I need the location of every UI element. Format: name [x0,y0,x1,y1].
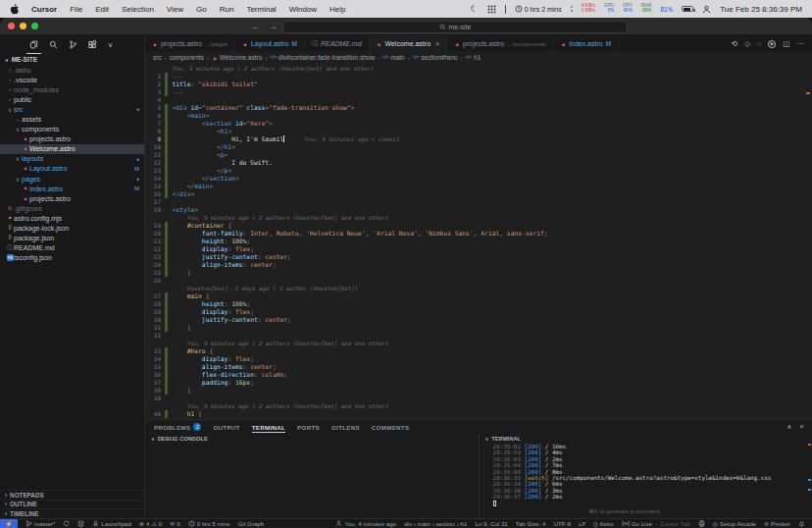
open-preview-icon[interactable]: ◌ [757,39,761,48]
panel-tab-ports[interactable]: PORTS [297,420,320,434]
menu-run[interactable]: Run [220,5,234,14]
close-icon[interactable]: × [435,40,439,47]
panel-tab-comments[interactable]: COMMENTS [372,420,410,434]
terminal-pane[interactable]: ∨TERMINAL 20:35:02 [200] / 16ms 20:35:03… [480,434,812,518]
tree-item-tsconfig-json[interactable]: TStsconfig.json [0,253,144,263]
remote-indicator[interactable]: ⚡ [0,519,18,528]
cpu-stats[interactable]: CPU40% [623,4,633,13]
tree-item--gitignore[interactable]: ⊙.gitignore [0,203,144,213]
close-panel-icon[interactable]: × [800,423,804,431]
grid-icon[interactable] [487,5,496,14]
menu-edit[interactable]: Edit [95,5,109,14]
tree-item-pages[interactable]: ∨pages● [0,174,144,184]
compare-changes-icon[interactable]: ◇ [744,39,750,48]
menu-file[interactable]: File [70,5,82,14]
split-editor-icon[interactable]: ◫ [783,39,789,48]
explorer-section-header[interactable]: ∨ ME-SITE [0,54,144,65]
run-file-icon[interactable]: ▶ [768,40,776,48]
setup-arcade[interactable]: ◎Setup Arcade [713,520,756,527]
breadcrumb-item[interactable]: ▲Welcome.astro [212,54,262,61]
dots-indicator[interactable] [571,6,573,12]
explorer-icon[interactable] [29,35,38,54]
menu-selection[interactable]: Selection [122,5,154,14]
prettier[interactable]: ⊘Prettier [764,520,790,527]
breadcrumb-item[interactable]: components [170,54,204,61]
user-icon[interactable] [702,5,711,14]
tree-item-public[interactable]: ›public [0,94,144,104]
chevron-down-icon[interactable]: ∨ [108,35,113,54]
tab-projects-astro[interactable]: ▲projects.astro.../components [447,35,553,52]
tree-item-src[interactable]: ∨src● [0,104,144,114]
tree-item--astro[interactable]: ›.astro [0,65,144,75]
close-window-button[interactable] [8,23,15,29]
source-control-icon[interactable] [69,35,77,54]
cursor-position[interactable]: Ln 9, Col 31 [475,520,507,527]
apple-menu-icon[interactable] [10,4,19,15]
launchpad[interactable]: Launchpad [92,520,131,527]
menu-go[interactable]: Go [196,5,207,14]
go-live[interactable]: Go Live [622,520,652,527]
focus-mode-icon[interactable]: ☾ [471,5,479,14]
tree-item-node-modules[interactable]: ›node_modules [0,84,144,94]
menu-view[interactable]: View [167,5,183,14]
git-branch[interactable]: master* [25,520,55,527]
file-history-icon[interactable]: ⟲ [732,39,737,48]
sidebar-section-outline[interactable]: ›OUTLINE [0,500,144,509]
tab-readme-md[interactable]: ⓘREADME.md [305,35,370,52]
session-timer[interactable]: 0 hrs 2 mins [515,5,562,13]
chevron-down-icon[interactable]: ∨ [151,436,155,442]
tree-item-projects-astro[interactable]: ▲projects.astro [0,193,144,203]
tree-item-readme-md[interactable]: ⓘREADME.md [0,243,144,253]
tree-item-assets[interactable]: ›assets [0,114,144,124]
eol[interactable]: LF [579,520,585,527]
breadcrumb-item[interactable]: </>section#hero [413,54,458,61]
forward-icon[interactable]: → [269,22,278,31]
gpu-stats[interactable]: GPU5% [604,4,614,13]
zoom-window-button[interactable] [31,23,38,29]
breadcrumb-item[interactable]: src [153,54,162,61]
battery-percent[interactable]: 81% [660,6,673,13]
search-icon[interactable] [49,35,58,54]
more-actions-icon[interactable]: ⋯ [797,39,805,48]
gitlens[interactable] [77,520,84,527]
notifications[interactable] [798,520,805,527]
tab-size[interactable]: Tab Size: 4 [516,520,546,527]
problems-summary[interactable]: ⊗4⚠0 [139,520,162,527]
tree-item-projects-astro[interactable]: ▲projects.astro [0,134,144,144]
tree-item--vscode[interactable]: ›.vscode [0,75,144,84]
titlebar[interactable]: ← → me-site [0,18,812,35]
menu-help[interactable]: Help [330,5,345,14]
debug-console-pane[interactable]: ∨DEBUG CONSOLE [145,434,480,518]
menu-window[interactable]: Window [289,5,317,14]
back-icon[interactable]: ← [251,22,260,31]
breadcrumb-item[interactable]: </>main [382,54,405,61]
menu-cursor[interactable]: Cursor [31,5,57,14]
symbol-path[interactable]: div › main › section › h1 [404,520,467,527]
tree-item-package-json[interactable]: {}package.json [0,234,144,243]
encoding[interactable]: UTF-8 [553,520,571,527]
tree-item-layout-astro[interactable]: ▲Layout.astroM [0,164,144,174]
sidebar-section-notepads[interactable]: ›NOTEPADS [0,490,144,500]
counter[interactable]: Ψ0 [170,520,179,527]
tab-index-astro[interactable]: ▲index.astroM [553,35,619,52]
tree-item-package-lock-json[interactable]: {}package-lock.json [0,224,144,234]
panel-tab-gitlens[interactable]: GITLENS [331,420,360,434]
command-center-search[interactable]: me-site [282,21,628,33]
maximize-panel-icon[interactable]: ∧ [787,423,791,431]
code-editor[interactable]: You, 5 minutes ago | 2 authors (houston[… [145,63,812,419]
tab-layout-astro[interactable]: ▲Layout.astroM [235,35,305,52]
network-stats[interactable]: 4 KB/s1 KB/s [582,4,595,13]
time-tracker[interactable]: 0 hrs 5 mins [188,520,230,527]
breadcrumb-item[interactable]: </>div#container.fade-transition.show [270,54,375,61]
sidebar-section-timeline[interactable]: ›TIMELINE [0,508,144,518]
chevron-down-icon[interactable]: ∨ [485,436,489,442]
extensions-icon[interactable] [88,35,97,54]
tree-item-astro-config-mjs[interactable]: ✦astro.config.mjs [0,213,144,223]
minimize-window-button[interactable] [20,23,26,29]
sync-status[interactable] [63,520,70,527]
editor-scrollbar[interactable] [804,63,812,419]
blame-status[interactable]: You, 4 minutes ago [335,520,396,527]
tree-item-components[interactable]: ∨components [0,125,144,134]
panel-tab-output[interactable]: OUTPUT [213,420,239,434]
breadcrumb-item[interactable]: </>h1 [465,54,481,61]
